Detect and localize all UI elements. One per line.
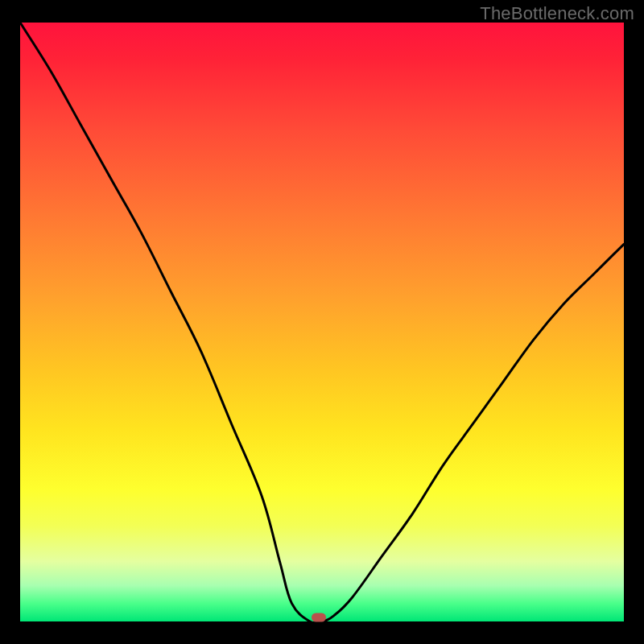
plot-area	[20, 23, 624, 621]
curve-path	[20, 23, 624, 621]
bottleneck-curve	[20, 23, 624, 621]
chart-frame: TheBottleneck.com	[0, 0, 644, 644]
watermark-text: TheBottleneck.com	[480, 3, 634, 24]
optimum-marker	[312, 613, 326, 621]
